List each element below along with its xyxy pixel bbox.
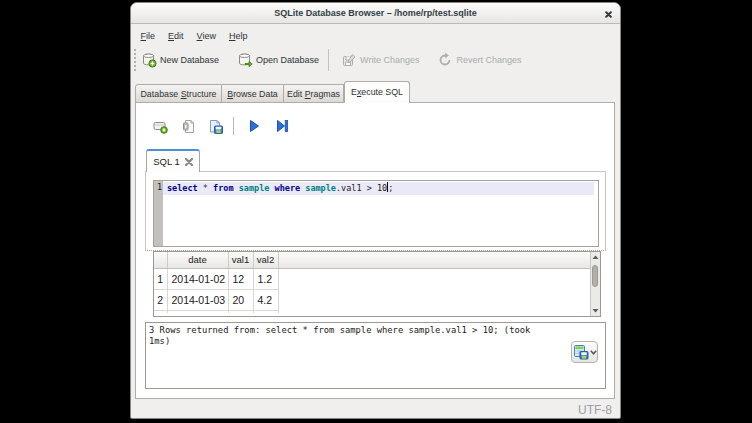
tab-browse-data[interactable]: Browse Data — [222, 84, 284, 103]
menu-file[interactable]: File — [134, 26, 162, 46]
encoding-status: UTF-8 — [578, 403, 612, 417]
new-database-icon — [141, 52, 157, 68]
menu-help[interactable]: Help — [222, 26, 254, 46]
toolbar-separator — [328, 49, 329, 71]
sql-editor[interactable]: 1 select * from sample where sample.val1… — [153, 180, 599, 247]
write-changes-icon — [341, 52, 357, 68]
results-grid: dateval1val212014-01-02121.222014-01-032… — [153, 251, 601, 317]
tab-edit-pragmas[interactable]: Edit Pragmas — [284, 84, 344, 103]
line-number-gutter: 1 — [154, 181, 163, 246]
scrollbar-thumb[interactable] — [592, 265, 598, 287]
table-cell — [253, 310, 278, 313]
table-cell[interactable]: 1.2 — [253, 268, 278, 289]
table-cell — [228, 310, 253, 313]
toolbar-button-label: Write Changes — [360, 55, 419, 65]
row-filler — [278, 268, 590, 289]
execute-current-line-icon[interactable] — [275, 119, 290, 134]
revert-changes-icon — [437, 52, 453, 68]
sql-token: sample — [305, 183, 336, 193]
table-row-partial — [154, 310, 590, 313]
titlebar[interactable]: SQLite Database Browser – /home/rp/test.… — [131, 3, 620, 24]
sql-editor-pane: 1 select * from sample where sample.val1… — [145, 171, 606, 251]
execute-sql-icon[interactable] — [247, 119, 262, 134]
sql-toolbar-separator — [233, 117, 234, 135]
column-header-corner[interactable] — [154, 252, 167, 268]
sql-token: .val1 > 10 — [336, 183, 387, 193]
save-sql-file-icon[interactable] — [208, 119, 223, 134]
table-cell[interactable]: 12 — [228, 268, 253, 289]
scroll-up-icon[interactable] — [592, 254, 599, 261]
scroll-down-icon[interactable] — [592, 307, 599, 314]
screen: { "window": { "title": "SQLite Database … — [0, 0, 752, 423]
save-results-button[interactable] — [571, 341, 598, 363]
sql-token: sample — [239, 183, 270, 193]
row-number[interactable]: 2 — [154, 289, 167, 310]
header-filler — [278, 252, 590, 268]
app-window: SQLite Database Browser – /home/rp/test.… — [130, 2, 621, 419]
toolbar-button-label: Open Database — [256, 55, 319, 65]
window-close-icon[interactable] — [604, 10, 612, 18]
column-header-date[interactable]: date — [167, 252, 228, 268]
table-cell[interactable]: 2014-01-02 — [167, 268, 228, 289]
new-database-button[interactable]: New Database — [138, 48, 222, 72]
table-row: 22014-01-03204.2 — [154, 289, 590, 310]
save-results-icon — [573, 344, 589, 360]
row-filler — [278, 310, 590, 313]
open-database-icon — [237, 52, 253, 68]
menubar: FileEditViewHelp — [131, 25, 620, 46]
menu-view[interactable]: View — [190, 26, 222, 46]
table-cell[interactable]: 4.2 — [253, 289, 278, 310]
toolbar-button-label: Revert Changes — [456, 55, 521, 65]
row-filler — [278, 289, 590, 310]
tab-execute-sql[interactable]: Execute SQL — [344, 81, 410, 103]
table-cell — [154, 310, 167, 313]
results-table: dateval1val212014-01-02121.222014-01-032… — [154, 252, 590, 313]
sql-tab-label: SQL 1 — [153, 156, 180, 167]
write-changes-button: Write Changes — [338, 48, 422, 72]
sql-token: where — [275, 183, 301, 193]
row-number[interactable]: 1 — [154, 268, 167, 289]
toolbar-button-label: New Database — [160, 55, 219, 65]
open-database-button[interactable]: Open Database — [234, 48, 322, 72]
column-header-val2[interactable]: val2 — [253, 252, 278, 268]
sql-toolbar — [136, 114, 290, 138]
table-cell[interactable]: 2014-01-03 — [167, 289, 228, 310]
sql-token: ; — [388, 183, 393, 193]
main-toolbar: New DatabaseOpen DatabaseWrite ChangesRe… — [131, 44, 620, 75]
sql-token: from — [213, 183, 233, 193]
toolbar-drag-handle[interactable] — [134, 49, 136, 71]
results-vertical-scrollbar[interactable] — [590, 252, 600, 316]
chevron-down-icon — [590, 350, 597, 355]
main-tabbar: Database StructureBrowse DataEdit Pragma… — [135, 81, 410, 103]
sql-editor-tab[interactable]: SQL 1 — [146, 149, 200, 172]
revert-changes-button: Revert Changes — [434, 48, 524, 72]
open-sql-file-icon[interactable] — [181, 119, 196, 134]
sql-tab-close-icon[interactable] — [185, 158, 193, 166]
tab-database-structure[interactable]: Database Structure — [135, 84, 222, 103]
window-title: SQLite Database Browser – /home/rp/test.… — [131, 3, 620, 24]
menu-edit[interactable]: Edit — [162, 26, 191, 46]
sql-token: select — [167, 183, 198, 193]
execute-sql-page: SQL 1 1 select * from sample where sampl… — [135, 102, 615, 399]
column-header-val1[interactable]: val1 — [228, 252, 253, 268]
table-row: 12014-01-02121.2 — [154, 268, 590, 289]
results-message-box: 3 Rows returned from: select * from samp… — [145, 322, 606, 389]
results-message: 3 Rows returned from: select * from samp… — [149, 325, 549, 346]
new-sql-tab-icon[interactable] — [153, 119, 168, 134]
table-cell — [167, 310, 228, 313]
table-cell[interactable]: 20 — [228, 289, 253, 310]
sql-code-line: select * from sample where sample.val1 >… — [167, 182, 393, 195]
